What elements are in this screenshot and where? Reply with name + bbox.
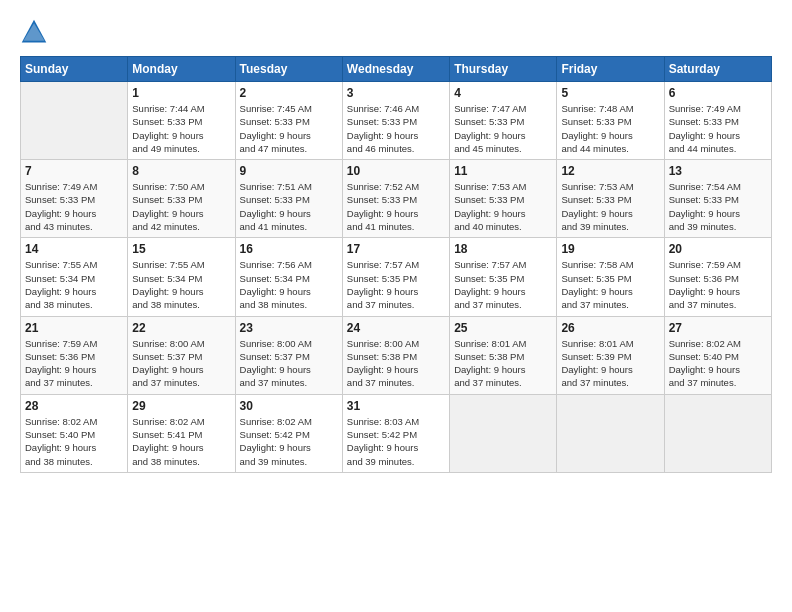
day-cell: 6Sunrise: 7:49 AM Sunset: 5:33 PM Daylig… <box>664 82 771 160</box>
day-cell: 20Sunrise: 7:59 AM Sunset: 5:36 PM Dayli… <box>664 238 771 316</box>
day-cell: 14Sunrise: 7:55 AM Sunset: 5:34 PM Dayli… <box>21 238 128 316</box>
day-info: Sunrise: 8:00 AM Sunset: 5:37 PM Dayligh… <box>132 337 230 390</box>
day-number: 25 <box>454 321 552 335</box>
day-info: Sunrise: 7:59 AM Sunset: 5:36 PM Dayligh… <box>25 337 123 390</box>
day-info: Sunrise: 7:53 AM Sunset: 5:33 PM Dayligh… <box>454 180 552 233</box>
day-cell: 13Sunrise: 7:54 AM Sunset: 5:33 PM Dayli… <box>664 160 771 238</box>
day-number: 6 <box>669 86 767 100</box>
day-cell: 26Sunrise: 8:01 AM Sunset: 5:39 PM Dayli… <box>557 316 664 394</box>
day-number: 18 <box>454 242 552 256</box>
day-info: Sunrise: 7:57 AM Sunset: 5:35 PM Dayligh… <box>454 258 552 311</box>
header-day-friday: Friday <box>557 57 664 82</box>
day-info: Sunrise: 7:58 AM Sunset: 5:35 PM Dayligh… <box>561 258 659 311</box>
day-info: Sunrise: 7:45 AM Sunset: 5:33 PM Dayligh… <box>240 102 338 155</box>
day-cell <box>450 394 557 472</box>
day-cell: 25Sunrise: 8:01 AM Sunset: 5:38 PM Dayli… <box>450 316 557 394</box>
header-day-tuesday: Tuesday <box>235 57 342 82</box>
day-number: 28 <box>25 399 123 413</box>
header-day-monday: Monday <box>128 57 235 82</box>
day-number: 14 <box>25 242 123 256</box>
day-number: 26 <box>561 321 659 335</box>
day-number: 27 <box>669 321 767 335</box>
day-number: 20 <box>669 242 767 256</box>
day-number: 1 <box>132 86 230 100</box>
page: SundayMondayTuesdayWednesdayThursdayFrid… <box>0 0 792 612</box>
day-info: Sunrise: 8:02 AM Sunset: 5:40 PM Dayligh… <box>25 415 123 468</box>
day-info: Sunrise: 8:02 AM Sunset: 5:40 PM Dayligh… <box>669 337 767 390</box>
day-number: 9 <box>240 164 338 178</box>
day-info: Sunrise: 7:54 AM Sunset: 5:33 PM Dayligh… <box>669 180 767 233</box>
day-number: 10 <box>347 164 445 178</box>
day-number: 8 <box>132 164 230 178</box>
day-cell: 2Sunrise: 7:45 AM Sunset: 5:33 PM Daylig… <box>235 82 342 160</box>
week-row-1: 1Sunrise: 7:44 AM Sunset: 5:33 PM Daylig… <box>21 82 772 160</box>
day-cell: 17Sunrise: 7:57 AM Sunset: 5:35 PM Dayli… <box>342 238 449 316</box>
day-number: 7 <box>25 164 123 178</box>
calendar-table: SundayMondayTuesdayWednesdayThursdayFrid… <box>20 56 772 473</box>
week-row-2: 7Sunrise: 7:49 AM Sunset: 5:33 PM Daylig… <box>21 160 772 238</box>
day-info: Sunrise: 7:59 AM Sunset: 5:36 PM Dayligh… <box>669 258 767 311</box>
day-info: Sunrise: 7:56 AM Sunset: 5:34 PM Dayligh… <box>240 258 338 311</box>
day-info: Sunrise: 7:55 AM Sunset: 5:34 PM Dayligh… <box>25 258 123 311</box>
day-number: 4 <box>454 86 552 100</box>
day-info: Sunrise: 8:00 AM Sunset: 5:37 PM Dayligh… <box>240 337 338 390</box>
day-info: Sunrise: 8:01 AM Sunset: 5:38 PM Dayligh… <box>454 337 552 390</box>
day-info: Sunrise: 7:47 AM Sunset: 5:33 PM Dayligh… <box>454 102 552 155</box>
day-cell: 4Sunrise: 7:47 AM Sunset: 5:33 PM Daylig… <box>450 82 557 160</box>
day-number: 16 <box>240 242 338 256</box>
day-cell: 1Sunrise: 7:44 AM Sunset: 5:33 PM Daylig… <box>128 82 235 160</box>
day-number: 15 <box>132 242 230 256</box>
days-header-row: SundayMondayTuesdayWednesdayThursdayFrid… <box>21 57 772 82</box>
day-cell: 8Sunrise: 7:50 AM Sunset: 5:33 PM Daylig… <box>128 160 235 238</box>
day-cell: 9Sunrise: 7:51 AM Sunset: 5:33 PM Daylig… <box>235 160 342 238</box>
day-cell: 22Sunrise: 8:00 AM Sunset: 5:37 PM Dayli… <box>128 316 235 394</box>
header-day-wednesday: Wednesday <box>342 57 449 82</box>
calendar-header: SundayMondayTuesdayWednesdayThursdayFrid… <box>21 57 772 82</box>
day-info: Sunrise: 8:02 AM Sunset: 5:42 PM Dayligh… <box>240 415 338 468</box>
logo-icon <box>20 18 48 46</box>
day-number: 22 <box>132 321 230 335</box>
day-number: 12 <box>561 164 659 178</box>
day-number: 13 <box>669 164 767 178</box>
day-cell: 16Sunrise: 7:56 AM Sunset: 5:34 PM Dayli… <box>235 238 342 316</box>
week-row-4: 21Sunrise: 7:59 AM Sunset: 5:36 PM Dayli… <box>21 316 772 394</box>
day-number: 19 <box>561 242 659 256</box>
day-info: Sunrise: 7:53 AM Sunset: 5:33 PM Dayligh… <box>561 180 659 233</box>
day-cell: 15Sunrise: 7:55 AM Sunset: 5:34 PM Dayli… <box>128 238 235 316</box>
day-cell: 3Sunrise: 7:46 AM Sunset: 5:33 PM Daylig… <box>342 82 449 160</box>
day-cell: 18Sunrise: 7:57 AM Sunset: 5:35 PM Dayli… <box>450 238 557 316</box>
day-number: 30 <box>240 399 338 413</box>
svg-marker-1 <box>24 23 45 41</box>
day-info: Sunrise: 7:49 AM Sunset: 5:33 PM Dayligh… <box>25 180 123 233</box>
header-day-saturday: Saturday <box>664 57 771 82</box>
day-cell: 21Sunrise: 7:59 AM Sunset: 5:36 PM Dayli… <box>21 316 128 394</box>
day-cell: 23Sunrise: 8:00 AM Sunset: 5:37 PM Dayli… <box>235 316 342 394</box>
day-number: 21 <box>25 321 123 335</box>
day-info: Sunrise: 8:03 AM Sunset: 5:42 PM Dayligh… <box>347 415 445 468</box>
day-cell: 30Sunrise: 8:02 AM Sunset: 5:42 PM Dayli… <box>235 394 342 472</box>
day-info: Sunrise: 7:55 AM Sunset: 5:34 PM Dayligh… <box>132 258 230 311</box>
day-info: Sunrise: 7:50 AM Sunset: 5:33 PM Dayligh… <box>132 180 230 233</box>
day-cell: 5Sunrise: 7:48 AM Sunset: 5:33 PM Daylig… <box>557 82 664 160</box>
day-cell: 31Sunrise: 8:03 AM Sunset: 5:42 PM Dayli… <box>342 394 449 472</box>
day-info: Sunrise: 7:48 AM Sunset: 5:33 PM Dayligh… <box>561 102 659 155</box>
day-cell: 27Sunrise: 8:02 AM Sunset: 5:40 PM Dayli… <box>664 316 771 394</box>
day-number: 2 <box>240 86 338 100</box>
day-info: Sunrise: 7:52 AM Sunset: 5:33 PM Dayligh… <box>347 180 445 233</box>
day-number: 31 <box>347 399 445 413</box>
header-day-sunday: Sunday <box>21 57 128 82</box>
calendar-body: 1Sunrise: 7:44 AM Sunset: 5:33 PM Daylig… <box>21 82 772 473</box>
day-number: 23 <box>240 321 338 335</box>
week-row-5: 28Sunrise: 8:02 AM Sunset: 5:40 PM Dayli… <box>21 394 772 472</box>
header <box>20 18 772 46</box>
day-cell: 19Sunrise: 7:58 AM Sunset: 5:35 PM Dayli… <box>557 238 664 316</box>
day-info: Sunrise: 7:44 AM Sunset: 5:33 PM Dayligh… <box>132 102 230 155</box>
day-cell <box>557 394 664 472</box>
day-cell <box>664 394 771 472</box>
header-day-thursday: Thursday <box>450 57 557 82</box>
day-number: 29 <box>132 399 230 413</box>
day-info: Sunrise: 7:51 AM Sunset: 5:33 PM Dayligh… <box>240 180 338 233</box>
day-number: 11 <box>454 164 552 178</box>
day-info: Sunrise: 7:49 AM Sunset: 5:33 PM Dayligh… <box>669 102 767 155</box>
day-number: 3 <box>347 86 445 100</box>
